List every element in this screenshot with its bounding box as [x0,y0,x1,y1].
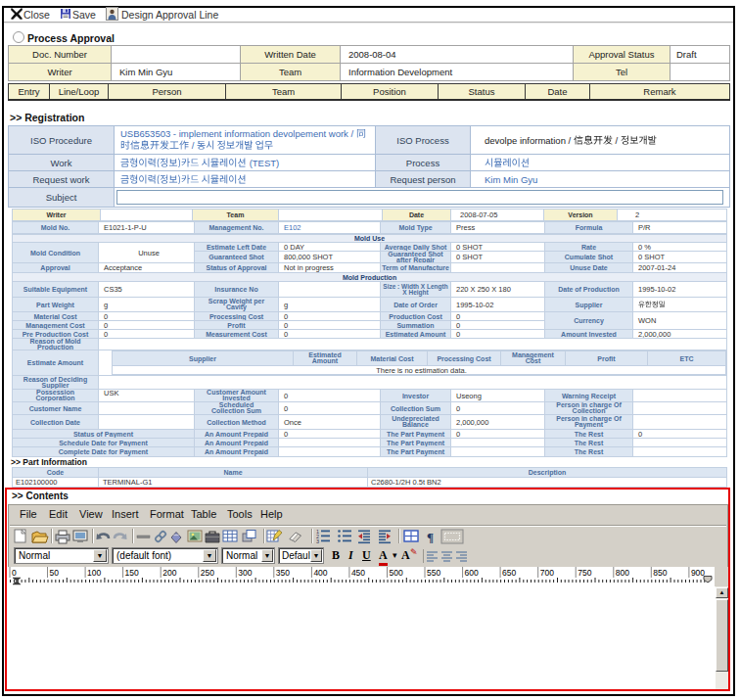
svg-text:3: 3 [316,538,319,544]
svg-text:700: 700 [540,568,554,578]
svg-text:200: 200 [162,568,176,578]
svg-text:300: 300 [238,568,252,578]
svg-text:150: 150 [125,568,139,578]
svg-text:750: 750 [578,568,591,578]
svg-text:800: 800 [616,568,629,578]
svg-text:500: 500 [390,568,403,578]
svg-text:900: 900 [691,568,705,578]
svg-text:250: 250 [201,568,214,578]
svg-text:400: 400 [313,568,327,578]
svg-text:50: 50 [50,568,60,578]
svg-text:0: 0 [12,568,17,578]
svg-text:450: 450 [351,568,365,578]
svg-text:550: 550 [427,568,440,578]
svg-text:350: 350 [276,568,290,578]
svg-text:600: 600 [465,568,479,578]
svg-text:100: 100 [87,568,101,578]
svg-text:¶: ¶ [427,530,434,544]
svg-text:650: 650 [502,568,516,578]
svg-text:850: 850 [653,568,667,578]
